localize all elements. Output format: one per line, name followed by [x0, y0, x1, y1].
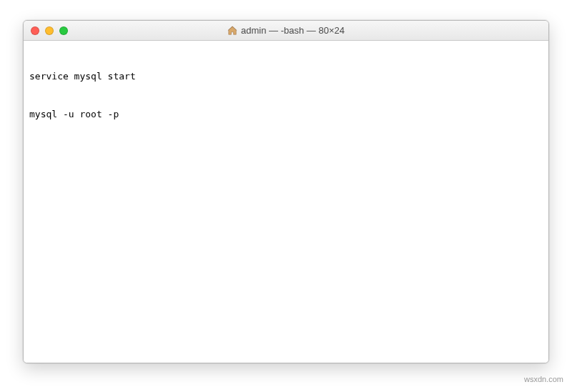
minimize-button[interactable] — [45, 26, 54, 35]
zoom-button[interactable] — [59, 26, 68, 35]
terminal-window: admin — -bash — 80×24 service mysql star… — [23, 20, 549, 363]
home-icon — [227, 26, 237, 36]
terminal-line: service mysql start — [29, 70, 543, 83]
terminal-line: mysql -u root -p — [29, 108, 543, 121]
terminal-body[interactable]: service mysql start mysql -u root -p — [24, 41, 548, 363]
close-button[interactable] — [31, 26, 39, 35]
watermark: wsxdn.com — [524, 375, 563, 383]
window-title: admin — -bash — 80×24 — [241, 25, 345, 36]
traffic-lights — [31, 26, 68, 35]
titlebar[interactable]: admin — -bash — 80×24 — [24, 21, 548, 41]
window-title-wrap: admin — -bash — 80×24 — [29, 25, 543, 36]
